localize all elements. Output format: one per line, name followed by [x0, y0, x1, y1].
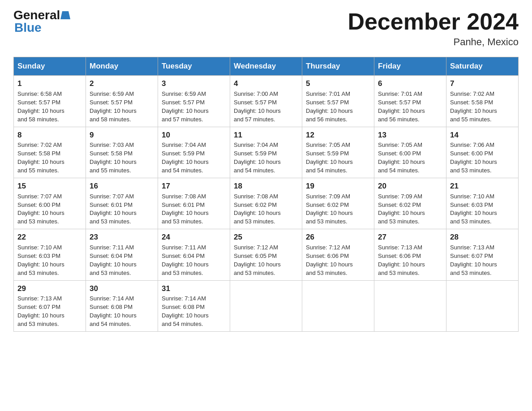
logo-blue-text: Blue — [14, 21, 42, 35]
day-info: Sunrise: 7:04 AM Sunset: 5:59 PM Dayligh… — [234, 141, 281, 174]
calendar-cell: 20Sunrise: 7:09 AM Sunset: 6:02 PM Dayli… — [374, 178, 446, 229]
calendar-cell: 29Sunrise: 7:13 AM Sunset: 6:07 PM Dayli… — [14, 280, 86, 331]
day-info: Sunrise: 7:11 AM Sunset: 6:04 PM Dayligh… — [90, 244, 137, 276]
day-number: 30 — [90, 283, 154, 294]
month-title: December 2024 — [348, 9, 519, 34]
day-number: 29 — [17, 283, 82, 294]
day-number: 17 — [162, 181, 226, 192]
week-row-4: 22Sunrise: 7:10 AM Sunset: 6:03 PM Dayli… — [14, 229, 519, 280]
day-number: 11 — [234, 130, 298, 141]
calendar-cell: 25Sunrise: 7:12 AM Sunset: 6:05 PM Dayli… — [230, 229, 302, 280]
day-info: Sunrise: 7:13 AM Sunset: 6:07 PM Dayligh… — [17, 295, 64, 327]
header-tuesday: Tuesday — [158, 57, 230, 76]
title-section: December 2024 Panhe, Mexico — [348, 9, 519, 48]
calendar-cell: 7Sunrise: 7:02 AM Sunset: 5:58 PM Daylig… — [446, 76, 519, 127]
day-info: Sunrise: 7:10 AM Sunset: 6:03 PM Dayligh… — [450, 193, 497, 225]
location: Panhe, Mexico — [348, 36, 519, 48]
day-info: Sunrise: 7:09 AM Sunset: 6:02 PM Dayligh… — [306, 193, 353, 225]
day-info: Sunrise: 7:12 AM Sunset: 6:05 PM Dayligh… — [234, 244, 281, 276]
day-number: 24 — [162, 232, 226, 243]
calendar-cell: 1Sunrise: 6:58 AM Sunset: 5:57 PM Daylig… — [14, 76, 86, 127]
calendar-cell — [302, 280, 374, 331]
calendar-cell: 3Sunrise: 6:59 AM Sunset: 5:57 PM Daylig… — [158, 76, 230, 127]
day-info: Sunrise: 7:07 AM Sunset: 6:01 PM Dayligh… — [90, 193, 137, 225]
day-info: Sunrise: 7:04 AM Sunset: 5:59 PM Dayligh… — [162, 141, 209, 174]
day-info: Sunrise: 7:13 AM Sunset: 6:06 PM Dayligh… — [378, 244, 425, 276]
calendar-cell: 17Sunrise: 7:08 AM Sunset: 6:01 PM Dayli… — [158, 178, 230, 229]
day-number: 10 — [162, 130, 226, 141]
header-thursday: Thursday — [302, 57, 374, 76]
day-number: 3 — [162, 78, 226, 89]
day-number: 18 — [234, 181, 298, 192]
day-number: 15 — [17, 181, 82, 192]
calendar-cell: 14Sunrise: 7:06 AM Sunset: 6:00 PM Dayli… — [446, 127, 519, 178]
header-saturday: Saturday — [446, 57, 519, 76]
day-number: 25 — [234, 232, 298, 243]
day-info: Sunrise: 7:10 AM Sunset: 6:03 PM Dayligh… — [17, 244, 64, 276]
day-info: Sunrise: 7:08 AM Sunset: 6:02 PM Dayligh… — [234, 193, 281, 225]
calendar-cell: 16Sunrise: 7:07 AM Sunset: 6:01 PM Dayli… — [86, 178, 158, 229]
calendar-cell: 22Sunrise: 7:10 AM Sunset: 6:03 PM Dayli… — [14, 229, 86, 280]
calendar-cell: 23Sunrise: 7:11 AM Sunset: 6:04 PM Dayli… — [86, 229, 158, 280]
week-row-5: 29Sunrise: 7:13 AM Sunset: 6:07 PM Dayli… — [14, 280, 519, 331]
svg-marker-0 — [60, 11, 70, 19]
day-number: 23 — [90, 232, 154, 243]
day-number: 26 — [306, 232, 370, 243]
day-info: Sunrise: 7:07 AM Sunset: 6:00 PM Dayligh… — [17, 193, 64, 225]
calendar-cell — [374, 280, 446, 331]
calendar-cell: 4Sunrise: 7:00 AM Sunset: 5:57 PM Daylig… — [230, 76, 302, 127]
day-info: Sunrise: 7:06 AM Sunset: 6:00 PM Dayligh… — [450, 141, 497, 174]
calendar-table: SundayMondayTuesdayWednesdayThursdayFrid… — [13, 57, 519, 332]
calendar-cell: 9Sunrise: 7:03 AM Sunset: 5:58 PM Daylig… — [86, 127, 158, 178]
calendar-cell: 30Sunrise: 7:14 AM Sunset: 6:08 PM Dayli… — [86, 280, 158, 331]
day-number: 7 — [450, 78, 515, 89]
day-number: 16 — [90, 181, 154, 192]
calendar-cell: 15Sunrise: 7:07 AM Sunset: 6:00 PM Dayli… — [14, 178, 86, 229]
day-number: 27 — [378, 232, 442, 243]
day-number: 4 — [234, 78, 298, 89]
calendar-cell: 28Sunrise: 7:13 AM Sunset: 6:07 PM Dayli… — [446, 229, 519, 280]
logo-arrow-icon — [60, 11, 70, 19]
logo: General Blue — [13, 9, 71, 35]
day-number: 6 — [378, 78, 442, 89]
calendar-cell — [446, 280, 519, 331]
day-info: Sunrise: 6:58 AM Sunset: 5:57 PM Dayligh… — [17, 90, 64, 123]
header-monday: Monday — [86, 57, 158, 76]
day-number: 13 — [378, 130, 442, 141]
day-info: Sunrise: 7:14 AM Sunset: 6:08 PM Dayligh… — [90, 295, 137, 327]
page-header: General Blue December 2024 Panhe, Mexico — [13, 9, 519, 48]
day-info: Sunrise: 7:08 AM Sunset: 6:01 PM Dayligh… — [162, 193, 209, 225]
day-number: 5 — [306, 78, 370, 89]
day-info: Sunrise: 7:02 AM Sunset: 5:58 PM Dayligh… — [17, 141, 64, 174]
week-row-3: 15Sunrise: 7:07 AM Sunset: 6:00 PM Dayli… — [14, 178, 519, 229]
week-row-1: 1Sunrise: 6:58 AM Sunset: 5:57 PM Daylig… — [14, 76, 519, 127]
day-info: Sunrise: 7:12 AM Sunset: 6:06 PM Dayligh… — [306, 244, 353, 276]
calendar-cell: 13Sunrise: 7:05 AM Sunset: 6:00 PM Dayli… — [374, 127, 446, 178]
day-info: Sunrise: 6:59 AM Sunset: 5:57 PM Dayligh… — [162, 90, 209, 123]
header-sunday: Sunday — [14, 57, 86, 76]
calendar-cell: 24Sunrise: 7:11 AM Sunset: 6:04 PM Dayli… — [158, 229, 230, 280]
day-info: Sunrise: 7:03 AM Sunset: 5:58 PM Dayligh… — [90, 141, 137, 174]
calendar-cell: 19Sunrise: 7:09 AM Sunset: 6:02 PM Dayli… — [302, 178, 374, 229]
calendar-cell: 31Sunrise: 7:14 AM Sunset: 6:08 PM Dayli… — [158, 280, 230, 331]
logo-general-text: General — [13, 9, 60, 21]
day-number: 21 — [450, 181, 515, 192]
day-info: Sunrise: 7:01 AM Sunset: 5:57 PM Dayligh… — [306, 90, 353, 123]
calendar-cell: 6Sunrise: 7:01 AM Sunset: 5:57 PM Daylig… — [374, 76, 446, 127]
calendar-cell: 8Sunrise: 7:02 AM Sunset: 5:58 PM Daylig… — [14, 127, 86, 178]
day-info: Sunrise: 7:01 AM Sunset: 5:57 PM Dayligh… — [378, 90, 425, 123]
header-wednesday: Wednesday — [230, 57, 302, 76]
day-number: 1 — [17, 78, 82, 89]
day-number: 20 — [378, 181, 442, 192]
day-number: 2 — [90, 78, 154, 89]
day-number: 31 — [162, 283, 226, 294]
header-friday: Friday — [374, 57, 446, 76]
day-info: Sunrise: 7:00 AM Sunset: 5:57 PM Dayligh… — [234, 90, 281, 123]
calendar-cell: 12Sunrise: 7:05 AM Sunset: 5:59 PM Dayli… — [302, 127, 374, 178]
day-info: Sunrise: 7:02 AM Sunset: 5:58 PM Dayligh… — [450, 90, 497, 123]
day-info: Sunrise: 7:05 AM Sunset: 6:00 PM Dayligh… — [378, 141, 425, 174]
day-number: 28 — [450, 232, 515, 243]
calendar-cell: 26Sunrise: 7:12 AM Sunset: 6:06 PM Dayli… — [302, 229, 374, 280]
day-number: 22 — [17, 232, 82, 243]
day-number: 8 — [17, 130, 82, 141]
